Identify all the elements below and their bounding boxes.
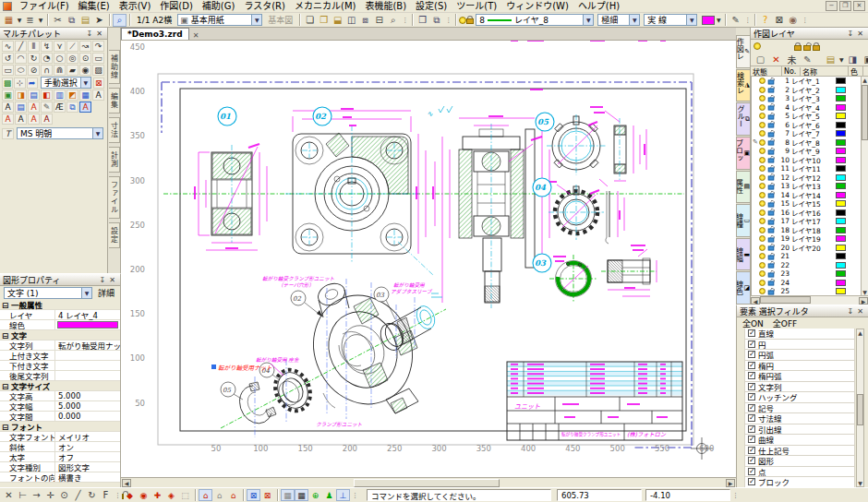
layer-visible-icon[interactable] [759,87,766,93]
layer-color-swatch[interactable] [836,148,846,154]
layer-visible-icon[interactable] [759,148,766,154]
print-icon[interactable]: ⊟ [372,14,386,27]
all-off-button[interactable]: 全OFF [773,317,797,329]
scroll-right-arrow[interactable]: ▶ [726,479,735,487]
layer-col-3[interactable]: 色 [849,66,863,77]
layer-color-swatch[interactable] [836,122,846,128]
layer-row-20[interactable]: 20レイヤ20 [752,244,868,253]
image-insert-icon[interactable]: ◨ [15,90,27,101]
overflow-icon[interactable]: ⋮ [730,492,740,499]
text-size4-icon[interactable]: A [41,114,53,125]
ellipse-tool[interactable]: ⬭ [15,65,27,76]
region-select-tool[interactable]: ▩ [2,78,13,89]
cut-icon[interactable]: ✂ [51,14,65,27]
scroll-thumb[interactable] [857,394,863,425]
checkbox-checked[interactable] [748,393,755,400]
arc-angle-tool[interactable]: ↻ [28,53,40,64]
drag-red-icon[interactable]: ⊠ [260,489,274,501]
lock-prop-icon[interactable] [122,494,123,499]
layer-unlock-icon[interactable] [768,229,774,233]
ellipse-arc-tool[interactable]: ⊘ [28,65,40,76]
filter-item-14[interactable]: ブロック [744,477,855,487]
text-size1-icon[interactable]: A [2,114,14,125]
layer-color-swatch[interactable] [836,262,846,269]
dropdown-arrow[interactable]: ▼ [37,14,44,27]
layer-vertical-scrollbar[interactable]: ▲ ▼ [861,77,868,295]
layer-row-23[interactable]: 23 [752,269,868,279]
slope-icon[interactable]: ╱ [71,489,85,502]
font-combo[interactable]: MS 明朝▼ [17,127,103,139]
layer-color-swatch[interactable] [836,113,846,119]
unlock-all-icon[interactable] [803,45,811,51]
raster-capture-icon[interactable]: ▦ [2,14,16,27]
layer-row-21[interactable]: 21 [752,252,868,261]
checkbox-checked[interactable] [748,351,755,358]
layer-horizontal-scrollbar[interactable]: ◀ ▶ [751,295,868,305]
new-layer-icon[interactable]: ▢ [753,53,767,66]
circle-tool[interactable]: ○ [54,53,66,64]
menu-item-0[interactable]: ファイル(F) [15,0,74,12]
layer-unlock-icon[interactable] [768,97,774,102]
scroll-thumb[interactable] [354,479,500,487]
drawing-canvas[interactable]: ∿ [121,41,736,477]
layer-unlock-icon[interactable] [768,281,774,286]
selection-mode-combo[interactable]: 手動選択▼ [41,77,91,89]
layer-visible-icon[interactable] [759,139,766,146]
selection-handle[interactable] [211,365,216,369]
jump-tool[interactable]: ➦ [27,78,38,89]
checkbox-checked[interactable] [748,447,755,454]
layer-view-icon[interactable]: ▣ [862,53,868,66]
menu-item-5[interactable]: ラスタ(R) [239,0,290,12]
scroll-left-arrow[interactable]: ◀ [122,479,131,487]
layer-color-swatch[interactable] [836,235,846,242]
toolbar-overflow[interactable]: ⋮ [113,492,122,499]
close-icon[interactable]: ✕ [94,30,104,38]
layer-visible-icon[interactable] [759,95,766,102]
left-tab-2[interactable]: 寸法 [109,117,120,143]
arc-3point-tool[interactable]: ↺ [2,53,14,64]
circle-radius-tool[interactable]: ◔ [41,53,53,64]
menu-item-6[interactable]: メカニカル(M) [290,0,360,12]
layer-color-swatch[interactable] [836,157,846,163]
document-tab[interactable]: *Demo3.zrd [121,28,189,40]
layer-row-25[interactable]: 25 [752,287,868,295]
copy-icon[interactable]: ⧉ [65,14,78,27]
circle-center-tool[interactable]: ⊙ [79,53,91,64]
all-on-button[interactable]: 全ON [742,317,764,329]
line-color-swatch[interactable] [702,16,715,25]
layer-color-swatch[interactable] [836,200,846,207]
arc-tangent-tool[interactable]: ↷ [92,41,104,52]
perpendicular-tool[interactable]: ⟋ [66,41,78,52]
font-icon[interactable]: F [99,489,113,502]
layer-visible-icon[interactable] [759,245,766,251]
linewidth-combo[interactable]: 極細▼ [597,14,640,26]
layer-color-swatch[interactable] [836,165,846,172]
selected-nut-label[interactable]: 転がり軸受用ナット [218,365,272,372]
angle-line-tool[interactable]: ⋎ [54,41,66,52]
layer-up-icon[interactable]: ◨ [846,53,860,66]
drag-blue-icon[interactable]: ⊠ [247,489,260,501]
save-all-icon[interactable]: ⧈ [358,14,372,27]
layer-unlock-icon[interactable] [768,237,774,242]
checkbox-checked[interactable] [748,383,755,390]
checkbox-checked[interactable] [748,372,755,379]
layer-color-swatch[interactable] [836,245,846,251]
prop-value[interactable]: 転がり軸受用ナット [55,340,120,351]
pen-settings-icon[interactable]: ✎ [729,14,742,27]
linetype-combo[interactable]: 実 線▼ [644,14,697,26]
layer-visible-icon[interactable] [759,270,766,277]
continuous-line-tool[interactable]: ↯ [41,41,53,52]
layer-col-2[interactable]: 名称 [801,66,849,77]
lock-others-icon[interactable] [813,45,820,51]
layer-visible-icon[interactable] [759,113,766,119]
scroll-left-arrow[interactable]: ◀ [751,297,760,305]
delete-icon[interactable]: ✕ [2,489,16,502]
layer-visible-icon[interactable] [759,227,766,233]
text-red-icon[interactable]: A [28,102,40,113]
walker-icon[interactable]: ♟ [322,489,336,501]
help-icon[interactable]: ? [758,14,772,27]
layer-visible-icon[interactable] [759,288,766,294]
tangent-line-tool[interactable]: ↝ [79,41,91,52]
layer-unlock-icon[interactable] [768,132,774,137]
layer-unlock-icon[interactable] [768,167,774,172]
